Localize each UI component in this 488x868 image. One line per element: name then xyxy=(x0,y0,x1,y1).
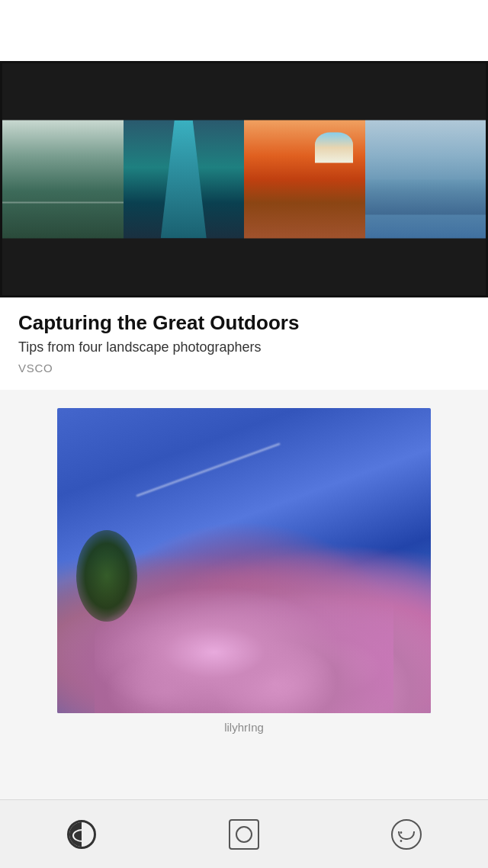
nav-camera[interactable] xyxy=(198,812,290,857)
landscape-photo-1 xyxy=(2,121,124,239)
profile-icon xyxy=(390,818,423,851)
header xyxy=(0,0,488,61)
leaves-decoration xyxy=(76,530,137,622)
featured-image xyxy=(0,61,488,297)
nav-logo[interactable] xyxy=(36,812,127,857)
featured-card[interactable]: Capturing the Great Outdoors Tips from f… xyxy=(0,61,488,390)
feed-username: lilyhrIng xyxy=(0,721,488,746)
featured-title: Capturing the Great Outdoors xyxy=(18,311,470,335)
nav-profile[interactable] xyxy=(361,812,452,857)
vsco-logo-icon xyxy=(65,818,98,851)
feed-section: lilyhrIng xyxy=(0,390,488,746)
bottom-nav xyxy=(0,799,488,868)
lilac-photo xyxy=(57,408,431,713)
featured-source: VSCO xyxy=(18,362,470,375)
photo-strip xyxy=(2,121,486,239)
vapor-trail xyxy=(136,443,281,497)
featured-subtitle: Tips from four landscape photographers xyxy=(18,339,470,355)
landscape-photo-4 xyxy=(365,121,486,239)
camera-icon xyxy=(227,818,261,851)
feed-image[interactable] xyxy=(57,408,431,713)
landscape-photo-2 xyxy=(124,121,245,239)
landscape-photo-3 xyxy=(244,121,365,239)
featured-text: Capturing the Great Outdoors Tips from f… xyxy=(0,297,488,375)
